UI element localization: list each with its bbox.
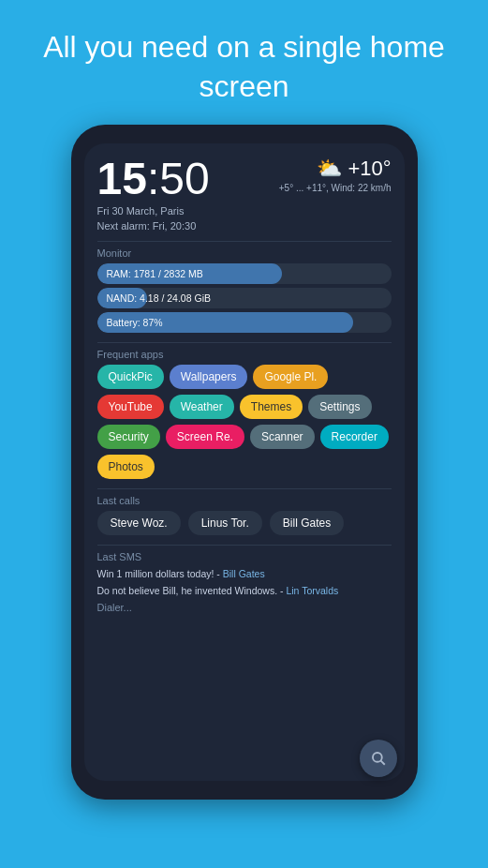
date-line1: Fri 30 March, Paris bbox=[97, 205, 210, 217]
ram-text: RAM: 1781 / 2832 MB bbox=[107, 268, 203, 279]
app-chip[interactable]: Scanner bbox=[250, 425, 315, 449]
battery-bar: Battery: 87% bbox=[97, 312, 392, 333]
call-chip[interactable]: Bill Gates bbox=[270, 511, 344, 535]
dialer-stub: Dialer... bbox=[97, 602, 392, 613]
svg-point-0 bbox=[373, 753, 382, 762]
nand-bar: NAND: 4.18 / 24.08 GiB bbox=[97, 288, 392, 308]
time-display: 15:50 bbox=[97, 157, 210, 202]
date-line2: Next alarm: Fri, 20:30 bbox=[97, 220, 210, 232]
app-chip[interactable]: Weather bbox=[170, 395, 234, 419]
call-chip[interactable]: Linus Tor. bbox=[188, 511, 262, 535]
app-chip[interactable]: Screen Re. bbox=[166, 425, 244, 449]
clock-minute: 50 bbox=[159, 154, 209, 203]
sms-item: Do not believe Bill, he invented Windows… bbox=[97, 584, 392, 598]
app-chip[interactable]: Wallpapers bbox=[170, 365, 248, 389]
sms-item: Win 1 million dollars today! - Bill Gate… bbox=[97, 567, 392, 581]
apps-grid: QuickPicWallpapersGoogle Pl.YouTubeWeath… bbox=[97, 365, 392, 479]
divider-4 bbox=[97, 545, 392, 546]
temperature: +10° bbox=[348, 157, 391, 181]
app-chip[interactable]: Settings bbox=[308, 395, 371, 419]
app-chip[interactable]: YouTube bbox=[97, 395, 164, 419]
monitor-bars: RAM: 1781 / 2832 MB NAND: 4.18 / 24.08 G… bbox=[97, 263, 392, 333]
clock-weather-row: 15:50 Fri 30 March, Paris Next alarm: Fr… bbox=[97, 157, 392, 232]
app-chip[interactable]: Recorder bbox=[320, 425, 389, 449]
app-chip[interactable]: Security bbox=[97, 425, 160, 449]
divider-3 bbox=[97, 488, 392, 489]
last-calls-label: Last calls bbox=[97, 495, 392, 506]
svg-line-1 bbox=[380, 761, 384, 765]
sms-sender: Lin Torvalds bbox=[286, 585, 338, 596]
phone-screen: 15:50 Fri 30 March, Paris Next alarm: Fr… bbox=[84, 143, 405, 781]
monitor-label: Monitor bbox=[97, 247, 392, 259]
clock-left: 15:50 Fri 30 March, Paris Next alarm: Fr… bbox=[97, 157, 210, 232]
app-chip[interactable]: Google Pl. bbox=[253, 365, 328, 389]
nand-text: NAND: 4.18 / 24.08 GiB bbox=[107, 292, 211, 304]
search-fab[interactable] bbox=[360, 740, 397, 777]
ram-bar: RAM: 1781 / 2832 MB bbox=[97, 263, 392, 284]
weather-detail: +5° ... +11°, Wind: 22 km/h bbox=[279, 183, 392, 193]
weather-row: ⛅ +10° bbox=[317, 157, 391, 181]
divider-2 bbox=[97, 342, 392, 343]
search-icon bbox=[370, 750, 387, 767]
clock-sep: : bbox=[147, 154, 159, 203]
last-sms-label: Last SMS bbox=[97, 551, 392, 562]
phone-device: 15:50 Fri 30 March, Paris Next alarm: Fr… bbox=[71, 125, 418, 800]
battery-text: Battery: 87% bbox=[107, 317, 163, 328]
sms-sender: Bill Gates bbox=[223, 568, 265, 579]
app-chip[interactable]: Photos bbox=[97, 455, 155, 479]
clock-right: ⛅ +10° +5° ... +11°, Wind: 22 km/h bbox=[279, 157, 392, 193]
clock-hour: 15 bbox=[97, 154, 147, 203]
calls-row: Steve Woz.Linus Tor.Bill Gates bbox=[97, 511, 392, 535]
frequent-apps-label: Frequent apps bbox=[97, 349, 392, 360]
call-chip[interactable]: Steve Woz. bbox=[97, 511, 181, 535]
app-chip[interactable]: Themes bbox=[240, 395, 303, 419]
weather-icon: ⛅ bbox=[317, 157, 342, 181]
divider-1 bbox=[97, 241, 392, 242]
app-chip[interactable]: QuickPic bbox=[97, 365, 164, 389]
headline: All you need on a single home screen bbox=[0, 0, 488, 125]
sms-list: Win 1 million dollars today! - Bill Gate… bbox=[97, 567, 392, 597]
